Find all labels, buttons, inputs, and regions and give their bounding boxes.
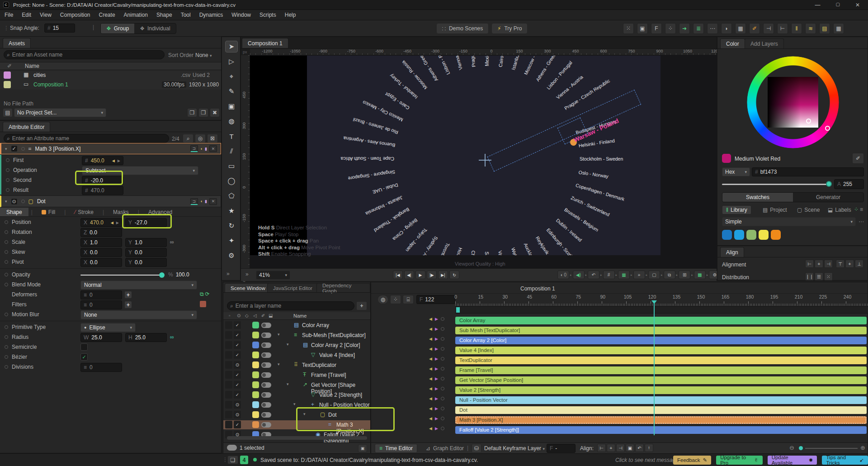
- expand-chevron[interactable]: ▾: [287, 342, 289, 347]
- keyframe-nav-10[interactable]: ◀▶: [429, 416, 444, 421]
- asset-search-input[interactable]: ⌕Enter an Asset name: [4, 50, 165, 59]
- eyedropper-button[interactable]: ✐: [852, 153, 864, 164]
- kf-frame-icon[interactable]: ▣: [626, 444, 634, 452]
- track-sub-mesh-textduplicator-[interactable]: Sub Mesh [TextDuplicator]: [455, 327, 867, 334]
- city-label[interactable]: Vienna - Austria: [449, 56, 463, 71]
- hue-marker[interactable]: [825, 126, 830, 131]
- columns-icon[interactable]: ⫴: [791, 23, 802, 34]
- attribute-search-input[interactable]: ⌕Enter an Attribute name: [4, 134, 169, 143]
- timeline-zoom-handle[interactable]: [799, 446, 803, 450]
- value-field[interactable]: Y0.0: [125, 248, 167, 257]
- layer-color-swatch[interactable]: [252, 381, 259, 388]
- distribute-h-icon[interactable]: ❘❘: [805, 272, 814, 281]
- track-null-position-vector[interactable]: Null - Position Vector: [455, 396, 867, 404]
- close-button[interactable]: ✕: [855, 2, 860, 8]
- kf-mirror-icon[interactable]: ⟊: [645, 444, 653, 452]
- target-tool-icon[interactable]: ⌖: [225, 71, 238, 82]
- dropdown[interactable]: Subtract▾: [82, 166, 198, 175]
- keyframe-layer-select[interactable]: Default Keyframe Layer ▾: [484, 445, 545, 452]
- upgrade-to-pro-button[interactable]: Upgrade to Pro✌: [716, 456, 763, 465]
- value-field[interactable]: X0.0: [80, 248, 122, 257]
- rectangle-tool-icon[interactable]: ▭: [225, 160, 238, 172]
- next-key-icon[interactable]: ▮: [205, 199, 207, 204]
- city-label[interactable]: Cairo - Egypt: [497, 56, 507, 67]
- keyframe-nav-4[interactable]: ◀▶: [429, 357, 444, 361]
- polygon-tool-icon[interactable]: ⬠: [225, 190, 238, 202]
- expand-chevron[interactable]: ▾: [287, 382, 289, 386]
- align-center-h-icon[interactable]: +: [815, 260, 823, 268]
- list-view-icon[interactable]: ≡: [860, 206, 863, 213]
- track-value-2-strength-[interactable]: Value 2 [Strength]: [455, 386, 867, 394]
- bounds-icon[interactable]: ▢: [648, 271, 660, 279]
- city-label[interactable]: Chicago - USA: [467, 250, 476, 255]
- dots-icon[interactable]: ⁘: [665, 23, 676, 34]
- feedback-button[interactable]: Feedback✎: [673, 456, 711, 465]
- align-bottom-icon[interactable]: ⊥: [855, 260, 863, 268]
- track-dot[interactable]: Dot: [455, 406, 867, 414]
- kf-ease-icon[interactable]: ↶: [635, 444, 644, 452]
- next-frame-button[interactable]: |▶: [427, 271, 437, 279]
- connections-icon[interactable]: ⊐: [190, 198, 198, 205]
- isolate-button[interactable]: ▣: [358, 444, 367, 452]
- generator-tab[interactable]: Generator: [793, 193, 863, 202]
- hex-mode-select[interactable]: Hex▾: [722, 167, 750, 176]
- layer-row-math-3-position-x-[interactable]: ✓=Math 3 [Position.X]: [223, 420, 370, 429]
- city-label[interactable]: Prague - Czech Republic: [463, 56, 476, 67]
- attribute-editor-tab[interactable]: Attribute Editor: [3, 122, 50, 132]
- zoom-out-icon[interactable]: ⊖: [789, 444, 794, 451]
- city-label[interactable]: Istanbul - Turkey: [510, 56, 525, 71]
- align-left-icon[interactable]: ⊣: [763, 23, 774, 34]
- asset-row-cities[interactable]: ▦ cities .csv Used 2 times: [0, 71, 221, 80]
- collapse-icon[interactable]: ▾: [5, 147, 7, 151]
- menu-item-scripts[interactable]: Scripts: [259, 12, 276, 18]
- align-left-icon[interactable]: ⊢: [805, 260, 814, 268]
- layer-color-swatch[interactable]: [252, 322, 259, 328]
- prev-key-icon[interactable]: ◖: [200, 199, 203, 204]
- assets-tab[interactable]: Assets: [3, 38, 31, 48]
- time-editor-button[interactable]: ≡Time Editor: [375, 444, 417, 453]
- layer-row-color-array[interactable]: ✓▤Color Array: [223, 321, 370, 330]
- swatch-f08a1a[interactable]: [771, 230, 781, 240]
- menu-item-composition[interactable]: Composition: [60, 12, 90, 18]
- dropdown[interactable]: ●Ellipse▾: [80, 323, 136, 332]
- zoom-attr-icon[interactable]: ⌕: [183, 134, 193, 143]
- enabled-checkbox[interactable]: ✓: [234, 321, 241, 329]
- enabled-checkbox[interactable]: ✓: [234, 381, 241, 389]
- workspace-icon[interactable]: ▣: [637, 23, 648, 34]
- swatch-1b79c4[interactable]: [722, 230, 732, 240]
- track-math-3-position-x-[interactable]: Math 3 [Position.X]: [455, 416, 867, 424]
- grid-icon[interactable]: #: [603, 271, 615, 279]
- tag-toggle[interactable]: [261, 412, 271, 418]
- keyframe-nav-11[interactable]: ◀▶: [429, 426, 444, 431]
- city-label[interactable]: Buenos Aires - Argentina: [343, 135, 396, 148]
- skip-start-button[interactable]: |◀: [393, 271, 403, 279]
- swatch-group-select[interactable]: Simple▾: [722, 217, 856, 226]
- grid-view-icon[interactable]: ⁘: [854, 206, 859, 213]
- connections-icon[interactable]: ⊐: [190, 145, 198, 152]
- keyframe-nav-8[interactable]: ◀▶: [429, 396, 444, 401]
- rows-icon[interactable]: ≋: [805, 23, 816, 34]
- layers-icon[interactable]: ⧉: [664, 271, 675, 279]
- value-field[interactable]: #-20.0: [82, 176, 123, 185]
- menu-item-animation[interactable]: Animation: [124, 12, 148, 18]
- visible-eye-icon[interactable]: ⊙: [234, 401, 241, 409]
- tag-toggle[interactable]: [261, 392, 271, 398]
- zoom-level-select[interactable]: 41%▾: [256, 271, 290, 280]
- track-get-vector-shape-position-[interactable]: Get Vector [Shape Position]: [455, 376, 867, 384]
- menu-item-create[interactable]: Create: [99, 12, 115, 18]
- tag-toggle[interactable]: [261, 402, 271, 408]
- city-label[interactable]: Oslo - Norway: [578, 169, 609, 179]
- timeline-ruler[interactable]: 0153045607590105120135150165180195210225…: [455, 294, 868, 306]
- layer-color-swatch[interactable]: [252, 401, 259, 408]
- dot-header[interactable]: ▾ ⊙ ▢ Dot ⊐ ◖ ▮ ✕: [0, 195, 221, 207]
- pen-tool-icon[interactable]: ✎: [225, 86, 238, 97]
- camera-tool-icon[interactable]: ▣: [225, 100, 238, 112]
- motion-path-icon[interactable]: ⁘: [390, 295, 401, 304]
- opacity-slider-handle[interactable]: [159, 272, 165, 278]
- update-available-button[interactable]: Update Available✸: [768, 456, 817, 465]
- checker-icon[interactable]: ▩: [694, 271, 706, 279]
- tag-toggle[interactable]: [261, 382, 271, 388]
- skew-tool-icon[interactable]: ⫽: [225, 145, 238, 157]
- horizontal-scrollbar[interactable]: [227, 436, 367, 440]
- tag-toggle[interactable]: [261, 362, 271, 368]
